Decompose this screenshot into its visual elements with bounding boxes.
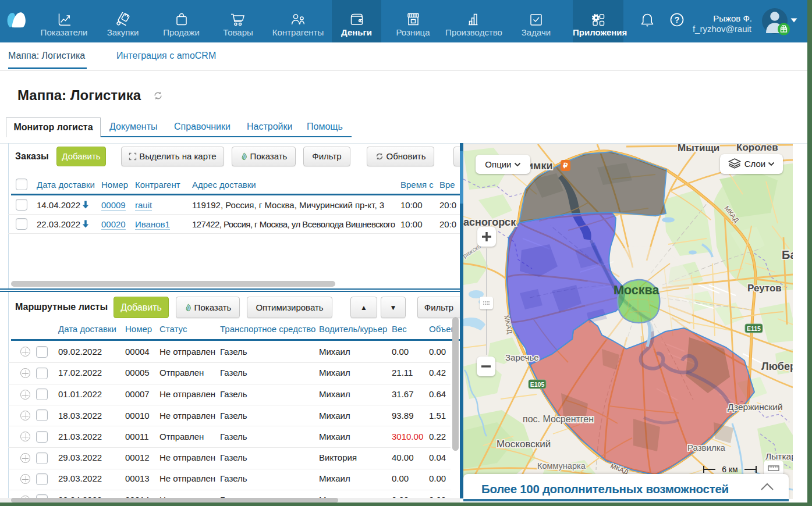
- svg-text:Люберцы: Люберцы: [761, 361, 793, 372]
- svg-text:E105: E105: [530, 381, 545, 388]
- svg-text:Реутов: Реутов: [747, 283, 782, 294]
- svg-text:₽: ₽: [563, 161, 568, 170]
- svg-text:Москва: Москва: [614, 283, 659, 297]
- svg-text:Дзержинский: Дзержинский: [728, 402, 783, 412]
- svg-text:Балашиха: Балашиха: [782, 248, 793, 261]
- svg-text:Королев: Королев: [736, 144, 778, 153]
- svg-text:Развилка: Развилка: [687, 443, 726, 452]
- svg-text:пос. Мосрентген: пос. Мосрентген: [523, 414, 594, 424]
- svg-text:6 км: 6 км: [722, 465, 737, 474]
- svg-text:Заречье: Заречье: [505, 352, 539, 362]
- svg-text:E115: E115: [747, 325, 761, 332]
- svg-text:Лыткарино: Лыткарино: [765, 451, 793, 461]
- svg-text:Московский: Московский: [497, 439, 551, 450]
- svg-text:Мытищи: Мытищи: [678, 144, 719, 154]
- svg-text:Красногорск: Красногорск: [463, 216, 516, 228]
- svg-text:?: ?: [675, 15, 680, 24]
- svg-text:Коммунарка: Коммунарка: [537, 461, 586, 471]
